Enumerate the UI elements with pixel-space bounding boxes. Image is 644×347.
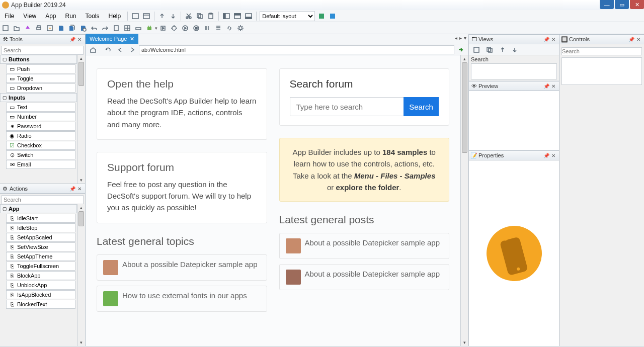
tab-welcome[interactable]: Welcome Page ✕ [86, 34, 138, 44]
action-idlestart[interactable]: ⎘IdleStart [6, 214, 75, 223]
toolbar2-android-icon[interactable] [144, 23, 154, 33]
pin-icon[interactable]: 📌 [628, 36, 635, 43]
action-togglefullscreen[interactable]: ⎘ToggleFullscreen [6, 262, 75, 271]
controls-search-input[interactable] [561, 47, 642, 55]
action-unblockapp[interactable]: ⎘UnblockApp [6, 281, 75, 290]
menu-tools[interactable]: Tools [81, 10, 104, 22]
toolbar-btn-new-view[interactable] [130, 11, 140, 21]
browser-back-icon[interactable] [115, 45, 125, 55]
toolbar-btn-dock-bottom[interactable] [244, 11, 254, 21]
close-button[interactable]: ✕ [630, 0, 644, 9]
tab-list-icon[interactable]: ▾ [464, 35, 466, 41]
search-forum-input[interactable] [290, 97, 404, 116]
toolbar2-gear-icon[interactable] [235, 23, 246, 33]
views-new-icon[interactable] [471, 45, 481, 55]
close-panel-icon[interactable]: ✕ [635, 36, 642, 43]
arrow-down-icon[interactable] [168, 11, 178, 21]
tool-number[interactable]: ▭Number [6, 112, 75, 121]
content-scrollbar[interactable]: ▴▾ [460, 55, 468, 346]
arrow-up-icon[interactable] [157, 11, 167, 21]
toolbar2-run-last-icon[interactable] [158, 23, 168, 33]
pin-icon[interactable]: 📌 [543, 152, 550, 159]
pin-icon[interactable]: 📌 [69, 36, 76, 43]
toolbar2-saveall-icon[interactable] [67, 23, 77, 33]
toolbar2-saveas-icon[interactable] [78, 23, 88, 33]
tool-radio[interactable]: ◉Radio [6, 131, 75, 140]
tools-scrollbar[interactable]: ▴▾ [77, 55, 85, 184]
toolbar-btn-new-dialog[interactable] [141, 11, 151, 21]
pin-icon[interactable]: 📌 [543, 36, 550, 43]
toolbar-btn-paste[interactable] [206, 11, 216, 21]
toolbar-btn-copy[interactable] [195, 11, 205, 21]
samples-banner[interactable]: App Builder includes up to 184 samples t… [279, 138, 450, 202]
toolbar2-redo-icon[interactable] [100, 23, 110, 33]
toolbar-btn-restore-layout[interactable] [328, 11, 338, 21]
toolbar2-align-icon[interactable] [202, 23, 212, 33]
tool-email[interactable]: ✉Email [6, 160, 75, 169]
close-panel-icon[interactable]: ✕ [550, 36, 557, 43]
close-panel-icon[interactable]: ✕ [550, 152, 557, 159]
toolbar-btn-dock-top[interactable] [232, 11, 243, 21]
controls-list[interactable] [561, 57, 642, 85]
toolbar-btn-save-layout[interactable] [316, 11, 327, 21]
action-blockedtext[interactable]: ⎘BlockedText [6, 300, 75, 309]
action-setapptheme[interactable]: ⎘SetAppTheme [6, 252, 75, 261]
toolbar2-link-icon[interactable] [224, 23, 234, 33]
action-idlestop[interactable]: ⎘IdleStop [6, 223, 75, 232]
tab-close-icon[interactable]: ✕ [130, 36, 134, 42]
views-up-icon[interactable] [498, 45, 508, 55]
address-url[interactable]: ab:/Welcome.html [139, 45, 454, 54]
tools-search-input[interactable] [2, 46, 84, 55]
action-setviewsize[interactable]: ⎘SetViewSize [6, 242, 75, 251]
minimize-button[interactable]: — [600, 0, 614, 9]
tools-group-inputs[interactable]: Inputs [0, 93, 77, 102]
views-duplicate-icon[interactable] [485, 45, 495, 55]
toolbar2-open-icon[interactable] [12, 23, 22, 33]
action-setappscaled[interactable]: ⎘SetAppScaled [6, 233, 75, 242]
actions-search-input[interactable] [2, 195, 84, 204]
support-card[interactable]: Support forum Feel free to post any ques… [97, 152, 267, 223]
post-item[interactable]: About a possible Datepicker sample app [279, 264, 450, 290]
toolbar2-align2-icon[interactable] [213, 23, 223, 33]
menu-file[interactable]: File [0, 10, 19, 22]
toolbar2-print-icon[interactable] [34, 23, 44, 33]
menu-help[interactable]: Help [104, 10, 126, 22]
toolbar2-export-icon[interactable] [45, 23, 55, 33]
tool-push[interactable]: ▭Push [6, 64, 75, 73]
toolbar2-stop-icon[interactable] [191, 23, 201, 33]
action-blockapp[interactable]: ⎘BlockApp [6, 271, 75, 280]
tool-toggle[interactable]: ▭Toggle [6, 74, 75, 83]
tools-group-buttons[interactable]: Buttons [0, 55, 77, 64]
toolbar-btn-cut[interactable] [184, 11, 194, 21]
menu-run[interactable]: Run [61, 10, 81, 22]
menu-view[interactable]: View [19, 10, 41, 22]
actions-group-app[interactable]: App [0, 204, 77, 213]
toolbar2-save-icon[interactable] [56, 23, 66, 33]
tool-switch[interactable]: ⊙Switch [6, 150, 75, 159]
toolbar2-scale-icon[interactable] [133, 23, 143, 33]
action-isappblocked[interactable]: ⎘IsAppBlocked [6, 290, 75, 299]
tab-next-icon[interactable]: ▸ [459, 35, 462, 41]
topic-item[interactable]: How to use external fonts in our apps [97, 286, 267, 312]
help-card[interactable]: Open the help Read the DecSoft's App Bui… [97, 68, 267, 140]
views-search-input[interactable] [471, 63, 557, 79]
tool-password[interactable]: ⁕Password [6, 122, 75, 131]
toolbar2-grid-icon[interactable] [122, 23, 132, 33]
search-forum-button[interactable]: Search [404, 97, 439, 116]
toolbar2-undo-icon[interactable] [89, 23, 99, 33]
browser-home-icon[interactable] [88, 45, 98, 55]
actions-scrollbar[interactable]: ▴▾ [77, 204, 85, 346]
toolbar2-debug-icon[interactable] [169, 23, 179, 33]
pin-icon[interactable]: 📌 [543, 82, 550, 90]
close-panel-icon[interactable]: ✕ [550, 82, 557, 90]
menu-app[interactable]: App [41, 10, 60, 22]
browser-forward-icon[interactable] [127, 45, 137, 55]
maximize-button[interactable]: ▭ [615, 0, 629, 9]
browser-go-icon[interactable] [456, 45, 466, 55]
layout-select[interactable]: Default layout [260, 11, 315, 21]
browser-refresh-icon[interactable] [103, 45, 113, 55]
toolbar-btn-dock-left[interactable] [221, 11, 231, 21]
pin-icon[interactable]: 📌 [69, 185, 76, 192]
topic-item[interactable]: About a possible Datepicker sample app [97, 254, 267, 281]
toolbar2-new-project-icon[interactable] [1, 23, 11, 33]
